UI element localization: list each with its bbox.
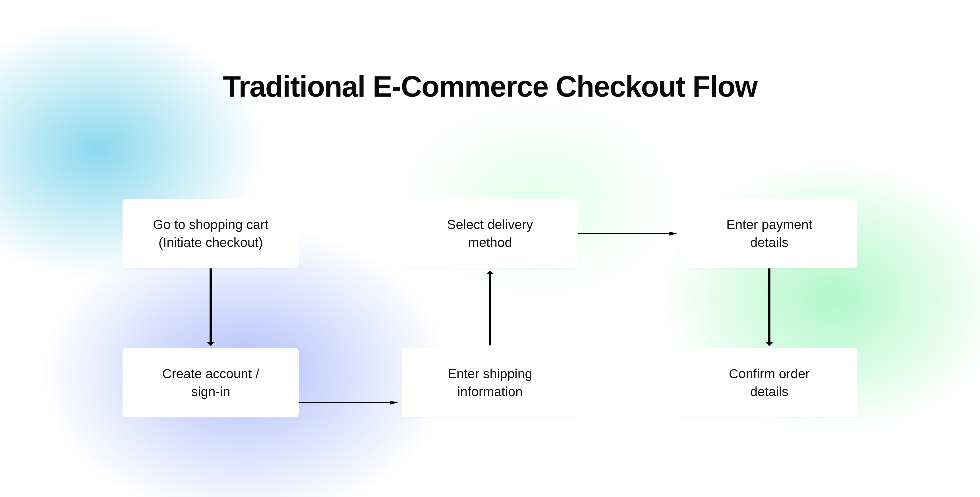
node-delivery-method: Select delivery method xyxy=(402,199,578,268)
node-label: Enter shipping information xyxy=(448,365,532,401)
node-shipping-info: Enter shipping information xyxy=(402,348,578,418)
node-label: Confirm order details xyxy=(729,365,810,401)
node-label: Go to shopping cart (Initiate checkout) xyxy=(153,216,268,251)
node-create-account: Create account / sign-in xyxy=(123,348,299,418)
diagram-stage: Traditional E-Commerce Checkout Flow Go … xyxy=(0,0,980,497)
node-payment-details: Enter payment details xyxy=(681,199,858,268)
node-go-to-cart: Go to shopping cart (Initiate checkout) xyxy=(123,199,299,268)
node-confirm-order: Confirm order details xyxy=(681,348,858,418)
diagram-title: Traditional E-Commerce Checkout Flow xyxy=(0,70,980,103)
node-label: Create account / sign-in xyxy=(162,365,259,401)
node-label: Enter payment details xyxy=(726,216,813,251)
node-label: Select delivery method xyxy=(447,216,533,251)
